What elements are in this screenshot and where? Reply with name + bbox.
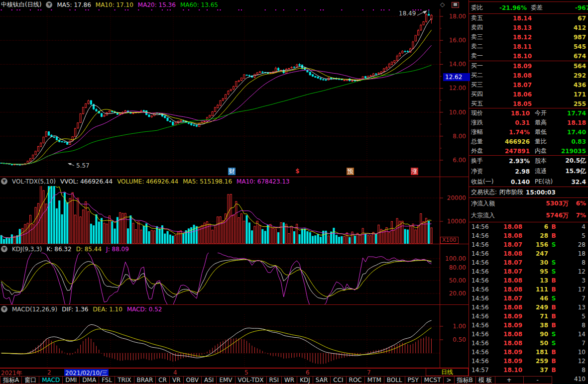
flow-percent: 7% [569,212,586,219]
tick-price: 18.10 [491,367,522,374]
quote-value: 0.140 [495,179,530,186]
stock-title: 中核钛白(日线) [1,0,41,9]
macd-pane-header: ▼ MACD(12,26,9)DIF: 1.36DEA: 1.10MACD: 0… [1,305,162,313]
ask-row-4[interactable]: 卖二18.11545 [469,42,588,51]
bid-price: 18.05 [494,100,532,107]
tick-time: 14:56 [471,340,491,347]
toolbar-item-21[interactable]: BOLL [384,376,405,384]
toolbar-item-26[interactable]: 模 板 [476,376,495,384]
tick-side: S [548,268,559,275]
ask-row-3[interactable]: 卖三18.12987 [469,32,588,42]
bid-volume: 171 [532,91,586,98]
ask-row-1[interactable]: 卖五18.1467 [469,13,588,23]
diamond-icon[interactable]: ◇ [440,1,445,8]
toolbar-item-11[interactable]: ASI [202,376,217,384]
tick-side: B [548,349,559,356]
tick-side: B [548,277,559,284]
tick-side: S [548,340,559,347]
toolbar-item-18[interactable]: CCI [331,376,346,384]
tick-side: B [548,232,559,239]
toolbar-item-15[interactable]: WR [282,376,297,384]
period-label[interactable]: 日线 [426,368,469,376]
chart-canvas[interactable] [0,0,469,384]
tick-row: 14:5618.0850S7 [469,339,588,348]
toolbar-item-19[interactable]: ROC [347,376,365,384]
toolbar-item-1[interactable]: 窗口 [22,376,39,384]
ask-row-2[interactable]: 卖四18.13412 [469,23,588,32]
bid-row-2[interactable]: 买二18.08292 [469,71,588,80]
price-axis-label: 12.00 [440,85,466,92]
tick-side: B [548,322,559,329]
toolbar-item-13[interactable]: VOL-TDX [235,376,267,384]
ask-price: 18.10 [494,53,532,60]
date-axis-label-1: 2 [47,369,51,376]
tick-list[interactable]: 14:5618.086B414:5618.0828B514:5618.07156… [469,222,588,384]
money-flow-row-1: 大宗流入5746万7% [469,209,588,221]
toolbar-item-20[interactable]: MTM [365,376,384,384]
toolbar-item-22[interactable]: PSY [405,376,422,384]
bid-row-3[interactable]: 买三18.07436 [469,80,588,90]
quote-row: 换手2.93%股本20.5亿 [469,156,588,166]
quote-row: 外盘247891内盘219035 [469,146,588,156]
tick-price: 18.08 [491,250,522,257]
tick-price: 18.07 [491,241,522,248]
toolbar-item-24[interactable]: > [444,376,454,384]
toolbar-item-5[interactable]: FSL [99,376,115,384]
tick-time: 14:56 [471,223,491,230]
toolbar-item-6[interactable]: TRIX [115,376,134,384]
bid-row-5[interactable]: 买五18.05255 [469,99,588,108]
toolbar-item-23[interactable]: MCST [422,376,444,384]
status-phase: 闭市阶段 [499,188,523,196]
toolbar-item-25[interactable]: 指标B [455,376,476,384]
toolbar-item-2[interactable]: MACD [39,376,63,384]
window-icon[interactable] [452,2,459,8]
period-high-annotation: 18.49 [399,10,416,17]
tick-price: 18.07 [491,295,522,302]
tick-time: 14:56 [471,331,491,338]
toolbar-item-3[interactable]: DMI [63,376,80,384]
weibi-row: 委比 -21.96% 委差 -967 [469,1,588,14]
chevron-down-icon[interactable]: ▼ [46,1,52,8]
toolbar-item-14[interactable]: RSI [267,376,282,384]
ask-volume: 987 [532,34,586,41]
money-flow-section: 净流入额5303万6%大宗流入5746万7% [469,197,588,222]
stock-app-window: 中核钛白(日线) ▼ MA5: 17.86MA10: 17.10MA20: 15… [0,0,588,384]
toolbar-item-27[interactable]: + [495,376,524,384]
kdj-axis-label: 80.00 [440,264,466,271]
bid-price: 18.06 [494,91,532,98]
ask-row-5[interactable]: 卖一18.10674 [469,51,588,61]
date-axis-label-6: 7 [367,369,371,376]
toolbar-item-10[interactable]: OBV [184,376,202,384]
macd-header-item-1: DIF: 1.36 [62,306,88,313]
tick-volume: 181 [522,349,548,356]
tick-count: 28 [559,241,586,248]
chevron-down-icon[interactable]: ▼ [1,306,7,312]
toolbar-item-8[interactable]: CR [156,376,170,384]
quote-label: 量比 [530,137,558,146]
tick-count: 14 [559,331,586,338]
toolbar-item-7[interactable]: BRAR [134,376,156,384]
toolbar-item-16[interactable]: KDJ [297,376,313,384]
toolbar-item-0[interactable]: 指标A [0,376,22,384]
toolbar-item-9[interactable]: VR [170,376,184,384]
bid-price: 18.07 [494,82,532,89]
toolbar-item-28[interactable]: - [524,376,552,384]
toolbar-item-17[interactable]: SAR [313,376,331,384]
tick-volume: 38 [522,322,548,329]
toolbar-item-4[interactable]: DMA [80,376,99,384]
volume-axis-label: 10000 [440,218,466,225]
bid-row-4[interactable]: 买四18.06171 [469,90,588,99]
chevron-down-icon[interactable]: ▼ [1,178,7,185]
chevron-down-icon[interactable]: ▼ [1,246,7,252]
macd-header-item-2: DEA: 1.10 [93,306,122,313]
tick-price: 18.09 [491,313,522,320]
bid-row-1[interactable]: 买一18.09564 [469,61,588,71]
quote-value: 15.9亿 [558,167,586,176]
toolbar-item-12[interactable]: EMV [217,376,235,384]
tick-time: 14:56 [471,232,491,239]
tick-count: 3 [559,277,586,284]
price-axis-label: 18.00 [440,13,466,20]
main-header-item-0: MA5: 17.86 [57,1,91,8]
vol-header-item-3: MA5: 515198.16 [183,178,232,185]
bid-price: 18.09 [494,63,532,70]
